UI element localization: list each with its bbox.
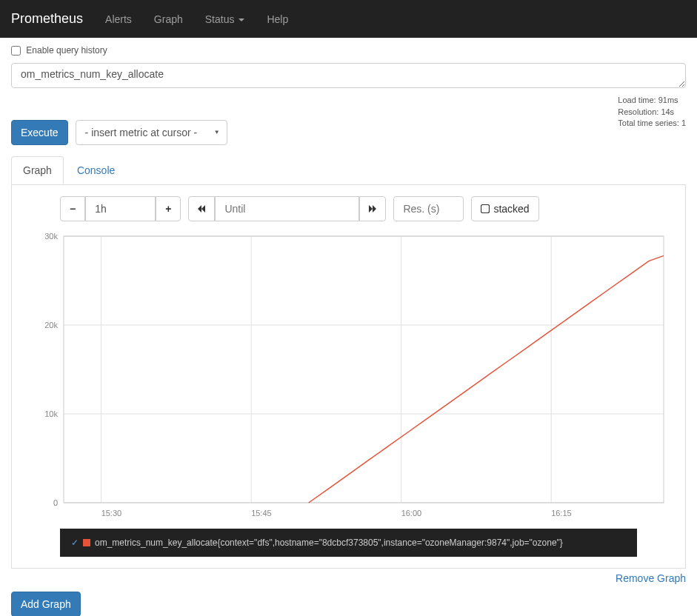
legend-check-icon: ✓: [71, 538, 79, 548]
query-expression-input[interactable]: om_metrics_num_key_allocate: [11, 63, 686, 88]
brand-link[interactable]: Prometheus: [11, 0, 94, 38]
unchecked-icon: [481, 204, 490, 213]
graph-controls: − + stacked: [60, 196, 674, 221]
legend[interactable]: ✓ om_metrics_num_key_allocate{context="d…: [60, 529, 637, 557]
until-group: [188, 196, 386, 221]
nav-list: Alerts Graph Status Help: [94, 2, 299, 36]
enable-history-checkbox[interactable]: [11, 46, 21, 56]
navbar: Prometheus Alerts Graph Status Help: [0, 0, 697, 38]
add-graph-button[interactable]: Add Graph: [11, 592, 81, 616]
chart-svg[interactable]: 010k20k30k15:3015:4516:0016:15: [23, 229, 675, 525]
nav-status[interactable]: Status: [194, 2, 256, 36]
metric-select[interactable]: - insert metric at cursor -: [76, 120, 227, 145]
svg-rect-17: [64, 236, 664, 503]
svg-text:10k: 10k: [44, 409, 58, 418]
forward-icon: [369, 205, 376, 212]
until-input[interactable]: [215, 196, 359, 221]
svg-text:16:15: 16:15: [551, 509, 572, 518]
svg-text:16:00: 16:00: [401, 509, 422, 518]
range-decrease-button[interactable]: −: [60, 196, 85, 221]
legend-swatch: [83, 539, 90, 546]
time-forward-button[interactable]: [359, 196, 386, 221]
nav-status-label: Status: [205, 13, 235, 25]
legend-series-label: om_metrics_num_key_allocate{context="dfs…: [95, 538, 563, 548]
svg-text:15:45: 15:45: [251, 509, 272, 518]
remove-graph-link[interactable]: Remove Graph: [616, 572, 686, 584]
range-group: − +: [60, 196, 181, 221]
svg-text:15:30: 15:30: [101, 509, 122, 518]
stat-resolution: Resolution: 14s: [618, 107, 686, 118]
svg-text:30k: 30k: [44, 232, 58, 241]
resolution-input[interactable]: [393, 196, 464, 221]
enable-history-label[interactable]: Enable query history: [11, 38, 686, 63]
rewind-icon: [198, 205, 205, 212]
query-controls: Execute - insert metric at cursor -: [11, 120, 618, 145]
tab-graph[interactable]: Graph: [11, 156, 64, 184]
view-tabs: Graph Console: [11, 156, 686, 185]
stacked-toggle-button[interactable]: stacked: [471, 196, 538, 221]
caret-down-icon: [239, 19, 244, 21]
tab-console[interactable]: Console: [65, 156, 127, 184]
execute-button[interactable]: Execute: [11, 120, 68, 145]
nav-help[interactable]: Help: [256, 2, 299, 36]
stacked-label: stacked: [493, 201, 529, 216]
metric-select-wrapper: - insert metric at cursor -: [76, 120, 227, 145]
chart: 010k20k30k15:3015:4516:0016:15: [23, 229, 674, 525]
stat-load-time: Load time: 91ms: [618, 95, 686, 106]
tab-content: − + stacked 010k20k30k15:3015:4516:0016:: [11, 185, 686, 569]
nav-graph[interactable]: Graph: [143, 2, 194, 36]
enable-history-text: Enable query history: [26, 45, 107, 56]
stat-total-series: Total time series: 1: [618, 118, 686, 129]
nav-alerts[interactable]: Alerts: [94, 2, 143, 36]
svg-text:20k: 20k: [44, 321, 58, 329]
time-back-button[interactable]: [188, 196, 215, 221]
svg-text:0: 0: [53, 498, 58, 507]
query-stats: Load time: 91ms Resolution: 14s Total ti…: [618, 95, 686, 129]
svg-rect-0: [481, 205, 490, 213]
range-input[interactable]: [85, 196, 156, 221]
range-increase-button[interactable]: +: [156, 196, 181, 221]
